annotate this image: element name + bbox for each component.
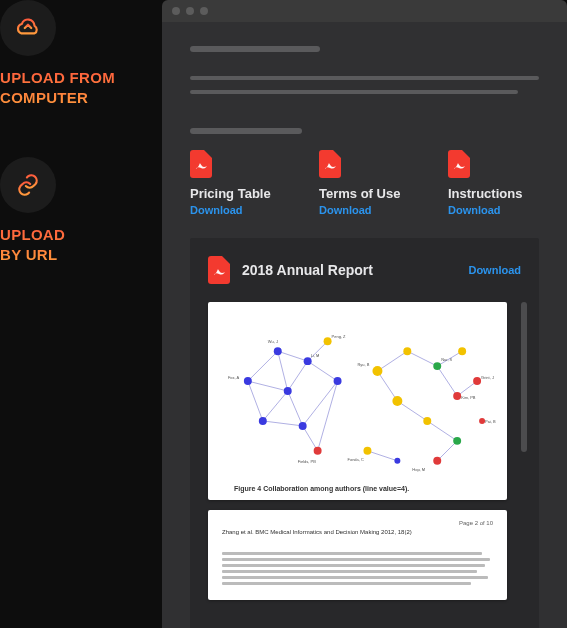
svg-point-24: [244, 377, 252, 385]
svg-line-3: [278, 351, 308, 361]
download-link[interactable]: Download: [468, 264, 521, 276]
upload-from-computer[interactable]: UPLOAD FROM COMPUTER: [0, 0, 162, 157]
svg-point-34: [334, 377, 342, 385]
svg-line-14: [377, 351, 407, 371]
svg-text:Peng, Z: Peng, Z: [332, 334, 346, 339]
svg-text:Fields, PB: Fields, PB: [298, 459, 316, 464]
svg-text:Fox, A: Fox, A: [228, 375, 240, 380]
cloud-upload-icon: [0, 0, 56, 56]
svg-point-44: [473, 377, 481, 385]
svg-point-50: [453, 437, 461, 445]
svg-text:Fonda, C: Fonda, C: [348, 457, 364, 462]
download-link[interactable]: Download: [319, 204, 410, 216]
svg-line-22: [437, 441, 457, 461]
svg-line-7: [263, 421, 303, 426]
svg-line-23: [367, 451, 397, 461]
svg-point-47: [453, 392, 461, 400]
svg-text:Li, M: Li, M: [311, 353, 320, 358]
svg-point-35: [299, 422, 307, 430]
featured-header: 2018 Annual Report Download: [208, 256, 521, 284]
svg-line-5: [288, 361, 308, 391]
card-terms-of-use[interactable]: Terms of Use Download: [319, 150, 410, 216]
svg-text:Nar, S: Nar, S: [441, 357, 452, 362]
pdf-icon: [190, 150, 212, 178]
upload-from-computer-label: UPLOAD FROM COMPUTER: [0, 68, 162, 109]
svg-point-51: [433, 457, 441, 465]
svg-point-46: [392, 396, 402, 406]
download-link[interactable]: Download: [448, 204, 539, 216]
svg-point-38: [372, 366, 382, 376]
page-number: Page 2 of 10: [459, 520, 493, 526]
svg-point-53: [363, 447, 371, 455]
svg-point-40: [403, 347, 411, 355]
svg-point-30: [304, 357, 312, 365]
document-page: Zhang et al. BMC Medical Informatics and…: [208, 510, 507, 600]
featured-title: 2018 Annual Report: [242, 262, 468, 278]
svg-point-49: [423, 417, 431, 425]
card-title: Pricing Table: [190, 186, 281, 201]
pdf-icon: [448, 150, 470, 178]
window-min-dot[interactable]: [186, 7, 194, 15]
figure-caption: Figure 4 Collaboration among authors (li…: [234, 485, 409, 492]
document-viewer[interactable]: Fox, A Wu, J Li, M Peng, Z Fields, PB Ry…: [208, 302, 521, 610]
sidebar: UPLOAD FROM COMPUTER UPLOAD BY URL: [0, 0, 162, 628]
svg-line-6: [288, 391, 303, 426]
svg-line-13: [318, 381, 338, 451]
pdf-icon: [208, 256, 230, 284]
svg-point-43: [458, 347, 466, 355]
svg-line-8: [263, 391, 288, 421]
featured-document: 2018 Annual Report Download: [190, 238, 539, 628]
skeleton-heading: [190, 46, 320, 52]
svg-line-1: [248, 381, 288, 391]
download-link[interactable]: Download: [190, 204, 281, 216]
svg-line-19: [437, 366, 457, 396]
svg-line-16: [407, 351, 437, 366]
svg-text:Kim, PB: Kim, PB: [461, 395, 476, 400]
window-content: Pricing Table Download Terms of Use Down…: [162, 22, 567, 628]
document-page: Fox, A Wu, J Li, M Peng, Z Fields, PB Ry…: [208, 302, 507, 500]
scrollbar-thumb[interactable]: [521, 302, 527, 452]
card-title: Instructions: [448, 186, 539, 201]
upload-by-url[interactable]: UPLOAD BY URL: [0, 157, 162, 314]
svg-line-15: [377, 371, 397, 401]
skeleton-subheading: [190, 128, 302, 134]
window-close-dot[interactable]: [172, 7, 180, 15]
card-title: Terms of Use: [319, 186, 410, 201]
svg-line-11: [303, 381, 338, 426]
window-max-dot[interactable]: [200, 7, 208, 15]
svg-point-26: [274, 347, 282, 355]
svg-line-0: [248, 351, 278, 381]
svg-point-36: [314, 447, 322, 455]
link-icon: [0, 157, 56, 213]
svg-point-41: [433, 362, 441, 370]
svg-point-32: [324, 337, 332, 345]
svg-line-12: [303, 426, 318, 451]
card-instructions[interactable]: Instructions Download: [448, 150, 539, 216]
pdf-icon: [319, 150, 341, 178]
network-graph-image: Fox, A Wu, J Li, M Peng, Z Fields, PB Ry…: [208, 302, 507, 500]
app-window: Pricing Table Download Terms of Use Down…: [162, 0, 567, 628]
svg-text:Ryu, B: Ryu, B: [358, 362, 370, 367]
document-cards: Pricing Table Download Terms of Use Down…: [190, 150, 539, 216]
svg-line-10: [308, 361, 338, 381]
svg-point-28: [284, 387, 292, 395]
svg-point-29: [259, 417, 267, 425]
svg-line-2: [248, 381, 263, 421]
skeleton-line: [190, 76, 539, 80]
svg-text:Hop, M: Hop, M: [412, 467, 425, 472]
svg-line-21: [427, 421, 457, 441]
svg-text:Wu, J: Wu, J: [268, 339, 278, 344]
svg-text:Pai, B: Pai, B: [485, 419, 496, 424]
card-pricing-table[interactable]: Pricing Table Download: [190, 150, 281, 216]
svg-text:Grint, J: Grint, J: [481, 375, 494, 380]
upload-by-url-label: UPLOAD BY URL: [0, 225, 162, 266]
page-header-text: Zhang et al. BMC Medical Informatics and…: [222, 529, 412, 535]
svg-line-17: [397, 401, 427, 421]
svg-point-55: [394, 458, 400, 464]
svg-line-4: [278, 351, 288, 391]
skeleton-line: [190, 90, 518, 94]
window-titlebar: [162, 0, 567, 22]
